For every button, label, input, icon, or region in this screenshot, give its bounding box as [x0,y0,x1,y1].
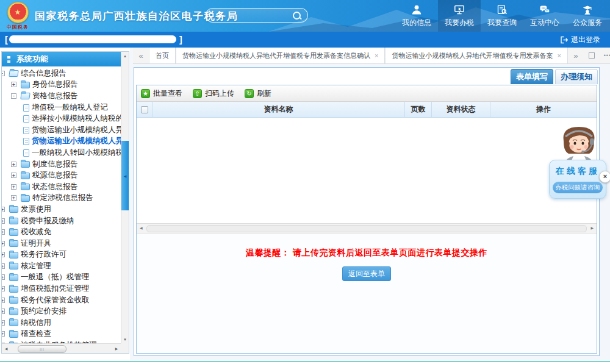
scrollbar-thumb[interactable] [146,225,587,232]
expand-plus-icon[interactable]: + [2,207,5,212]
scrollbar-thumb[interactable]: ◀ [121,141,129,210]
select-all-checkbox[interactable] [141,106,148,113]
sidebar-item[interactable]: +税费申报及缴纳 [2,215,121,227]
table-horizontal-scrollbar[interactable]: ◀ ▶ [137,223,597,234]
service-agent-avatar[interactable] [555,122,603,163]
scroll-left-icon[interactable]: ◀ [2,344,10,353]
folder-icon [9,263,18,269]
sidebar-item[interactable]: +一般退（抵）税管理 [2,272,121,284]
toolbar-button[interactable]: ⇧扫码上传 [193,88,234,99]
sidebar-item[interactable]: +稽查检查 [2,329,121,340]
sidebar-item[interactable]: +证明开具 [2,238,121,249]
expand-plus-icon[interactable]: + [11,162,16,167]
maximize-icon[interactable] [584,48,600,63]
sidebar-item[interactable]: +税务代保管资金收取 [2,294,121,306]
sidebar-item[interactable]: +核定管理 [2,260,121,272]
more-tabs-icon[interactable]: ••• [600,48,610,63]
sidebar-item-label: 选择按小规模纳税人纳税的情况 [32,113,121,124]
user-icon [411,4,423,16]
sidebar-item[interactable]: +增值税抵扣凭证管理 [2,283,121,294]
nav-item[interactable]: 我要查询 [481,0,523,32]
scrollbar-thumb[interactable]: ||| [18,345,66,353]
form-tab[interactable]: 办理须知 [555,69,598,84]
sidebar-item[interactable]: +状态信息报告 [2,181,121,193]
expand-plus-icon[interactable]: + [11,195,16,201]
sidebar-item[interactable]: +特定涉税信息报告 [2,193,121,204]
toolbar-button[interactable]: ★批量查看 [141,88,182,99]
form-area: ★批量查看⇧扫码上传↻刷新 资料名称页数资料状态操作 ◀ ▶ 温馨提醒： 请上传… [136,85,597,354]
sidebar-item[interactable]: 增值税一般纳税人登记 [2,102,121,113]
folder-icon [21,195,30,202]
expand-plus-icon[interactable]: + [2,298,5,303]
return-to-form-button[interactable]: 返回至表单 [342,266,391,281]
expand-plus-icon[interactable]: + [2,309,5,314]
sidebar-item[interactable]: 货物运输业小规模纳税人异地 [2,136,121,148]
nav-item[interactable]: 公众服务 [566,0,609,32]
nav-item[interactable]: 互动中心 [523,0,566,32]
expand-plus-icon[interactable]: + [2,252,5,257]
header-search-input[interactable] [206,8,308,23]
tabs-scroll-right-icon[interactable]: » [568,48,584,63]
doc-icon [23,149,29,157]
scroll-up-icon[interactable]: ▲ [121,52,129,60]
sidebar-item[interactable]: -综合信息报告 [2,68,121,79]
expand-plus-icon[interactable]: + [2,218,5,224]
sidebar-item-label: 核定管理 [21,261,51,271]
collapse-minus-icon[interactable]: - [2,71,5,76]
expand-plus-icon[interactable]: + [11,82,16,87]
scroll-right-icon[interactable]: ▶ [590,226,594,230]
sidebar-item[interactable]: 选择按小规模纳税人纳税的情况 [2,113,121,124]
folder-icon [9,274,18,281]
tab-document[interactable]: 货物运输业小规模纳税人异地代开增值税专用发票备案信息确认× [176,48,385,63]
user-bracket-right: ] [179,35,182,45]
sidebar-item[interactable]: +制度信息报告 [2,159,121,170]
sidebar-item[interactable]: +税源信息报告 [2,170,121,181]
close-icon[interactable]: × [599,171,610,183]
doc-icon [23,138,29,145]
scroll-left-icon[interactable]: ◀ [140,226,143,230]
scroll-down-icon[interactable]: ▼ [121,335,129,343]
select-all-cell [137,102,152,117]
logout-button[interactable]: 退出登录 [560,35,600,45]
expand-plus-icon[interactable]: + [2,286,5,291]
sidebar-item-label: 增值税一般纳税人登记 [32,102,108,113]
sidebar-horizontal-scrollbar[interactable]: ◀ ||| ▶ [2,343,121,353]
expand-plus-icon[interactable]: + [2,320,5,326]
sidebar-item[interactable]: 一般纳税人转回小规模纳税人 [2,147,121,159]
service-consult-button[interactable]: 办税问题请咨询 [553,182,603,193]
nav-item[interactable]: 我的信息 [395,0,438,32]
sidebar-item-label: 特定涉税信息报告 [32,193,93,203]
sidebar-item-label: 状态信息报告 [32,182,78,192]
tab-close-icon[interactable]: × [375,52,378,59]
expand-plus-icon[interactable]: + [2,241,5,246]
toolbar-button[interactable]: ↻刷新 [245,88,271,99]
folder-icon [9,297,18,304]
expand-plus-icon[interactable]: + [11,173,16,178]
sidebar-item[interactable]: +税务行政许可 [2,249,121,261]
expand-plus-icon[interactable]: + [2,263,5,269]
sidebar-item[interactable]: +身份信息报告 [2,79,121,91]
tabs-host: 首页货物运输业小规模纳税人异地代开增值税专用发票备案信息确认×货物运输业小规模纳… [149,48,568,63]
expand-plus-icon[interactable]: + [2,331,5,337]
tab-home[interactable]: 首页 [149,48,176,63]
sidebar-item[interactable]: -资格信息报告 [2,90,121,102]
tax-bureau-logo: 中国税务 [4,2,31,30]
expand-plus-icon[interactable]: + [2,229,5,235]
tab-close-icon[interactable]: × [557,52,561,59]
scroll-right-icon[interactable]: ▶ [112,344,121,353]
sidebar-item[interactable]: +发票使用 [2,204,121,215]
tabs-scroll-left-icon[interactable]: « [133,48,149,63]
sidebar-item[interactable]: +纳税信用 [2,317,121,329]
sidebar-item[interactable]: 货物运输业小规模纳税人异地代 [2,124,121,136]
expand-plus-icon[interactable]: + [2,274,5,280]
folder-icon [21,173,30,179]
expand-plus-icon[interactable]: + [11,184,16,190]
nav-item[interactable]: 我要办税 [438,0,481,32]
collapse-minus-icon[interactable]: - [11,93,16,99]
tab-document[interactable]: 货物运输业小规模纳税人异地代开增值税专用发票备案× [385,48,567,63]
form-tab[interactable]: 表单填写 [511,69,553,84]
sidebar-item[interactable]: +预约定价安排 [2,305,121,317]
folder-icon [21,184,30,190]
sidebar-vertical-scrollbar[interactable]: ▲ ◀ ▼ [121,52,129,343]
sidebar-item[interactable]: +税收减免 [2,226,121,238]
